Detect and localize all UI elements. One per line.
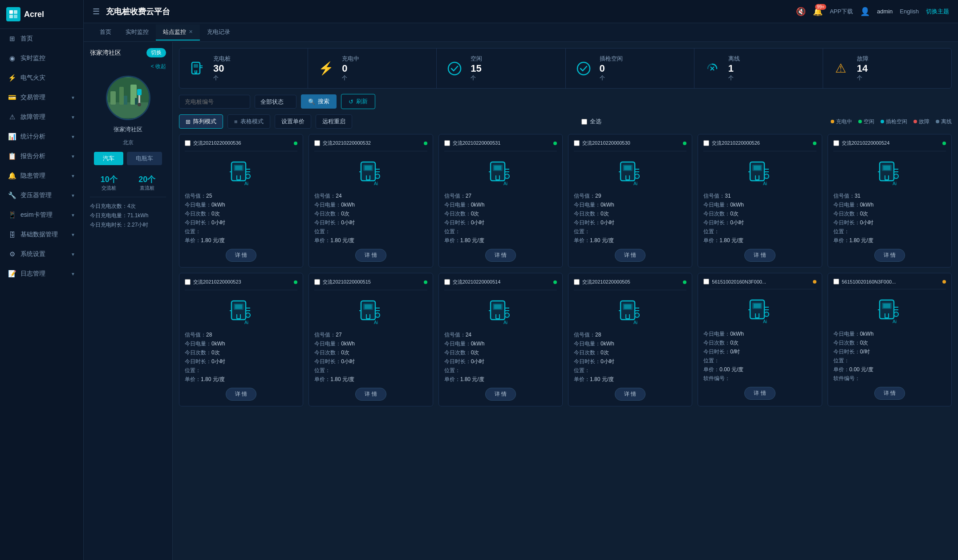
vehicle-car-btn[interactable]: 汽车	[94, 152, 123, 165]
charger-card: 交流20210220000530 Ai 信号值：29 今日电量：0kWh 今	[568, 134, 692, 268]
dc-label: 直流桩	[138, 185, 155, 191]
sidebar-item-esim[interactable]: 📱 esim卡管理 ▼	[0, 205, 83, 225]
plug-idle-icon	[574, 59, 593, 78]
sidebar-item-home[interactable]: ⊞ 首页	[0, 29, 83, 49]
duration-row: 今日时长：0小时	[703, 219, 816, 227]
charging-icon: ⚡	[316, 59, 336, 78]
card-checkbox[interactable]	[833, 140, 839, 146]
settings-icon: ⚙	[8, 250, 16, 258]
location-row: 位置：	[314, 367, 427, 374]
account-icon[interactable]: 👤	[860, 7, 870, 16]
detail-button[interactable]: 详 情	[485, 388, 516, 401]
divider	[833, 151, 946, 151]
card-checkbox[interactable]	[833, 279, 839, 284]
set-price-btn[interactable]: 设置单价	[275, 114, 311, 129]
charger-card: 交流20210220000515 Ai 信号值：27 今日电量：0kWh 今	[309, 273, 433, 406]
remote-reset-btn[interactable]: 远程重启	[316, 114, 352, 129]
svg-rect-9	[124, 96, 127, 105]
svg-point-109	[375, 313, 380, 317]
select-all-checkbox[interactable]	[581, 119, 587, 125]
sidebar-item-transformer[interactable]: 🔧 变压器管理 ▼	[0, 186, 83, 205]
search-button[interactable]: 🔍 搜索	[301, 94, 337, 109]
card-checkbox[interactable]	[314, 279, 320, 285]
report-icon: 📋	[8, 152, 16, 160]
sidebar-item-stats[interactable]: 📊 统计分析 ▼	[0, 127, 83, 146]
detail-button[interactable]: 详 情	[226, 249, 256, 262]
sidebar-item-transaction[interactable]: 💳 交易管理 ▼	[0, 88, 83, 107]
sidebar-item-fault[interactable]: ⚠ 故障管理 ▼	[0, 107, 83, 127]
energy-row: 今日电量：0kWh	[833, 201, 946, 209]
sidebar-item-data[interactable]: 🗄 基础数据管理 ▼	[0, 225, 83, 244]
mute-icon[interactable]: 🔇	[796, 7, 806, 16]
sidebar-item-realtime[interactable]: ◉ 实时监控	[0, 49, 83, 68]
app-download-btn[interactable]: APP下载	[830, 8, 853, 16]
dc-count: 20个	[138, 174, 155, 185]
summary-total-value: 30	[213, 63, 231, 74]
refresh-button[interactable]: ↺ 刷新	[341, 94, 375, 109]
detail-button[interactable]: 详 情	[615, 249, 645, 262]
detail-button[interactable]: 详 情	[874, 249, 905, 262]
detail-button[interactable]: 详 情	[744, 387, 775, 400]
detail-button[interactable]: 详 情	[355, 249, 386, 262]
select-all-label[interactable]: 全选	[581, 118, 601, 126]
charger-svg: Ai	[747, 297, 773, 324]
sidebar-item-fire[interactable]: ⚡ 电气火灾	[0, 68, 83, 88]
status-dot	[424, 280, 427, 284]
card-checkbox[interactable]	[444, 140, 450, 146]
status-dot	[683, 142, 686, 145]
status-select[interactable]: 全部状态 充电中 空闲 离线 故障	[255, 95, 296, 109]
detail-button[interactable]: 详 情	[226, 388, 256, 401]
sidebar-item-log[interactable]: 📝 日志管理 ▼	[0, 264, 83, 284]
detail-button[interactable]: 详 情	[485, 249, 516, 262]
switch-button[interactable]: 切换	[146, 48, 166, 57]
menu-icon[interactable]: ☰	[93, 7, 100, 16]
theme-btn[interactable]: 切换主题	[926, 8, 949, 16]
sidebar-item-report[interactable]: 📋 报告分析 ▼	[0, 146, 83, 166]
signal-row: 信号值：25	[185, 192, 297, 200]
card-checkbox[interactable]	[185, 279, 191, 285]
table-view-btn[interactable]: ≡ 表格模式	[227, 114, 270, 129]
daily-times: 今日充电次数：4次	[90, 203, 166, 210]
card-header: 交流20210220000524	[833, 140, 946, 146]
signal-row: 信号值：31	[833, 192, 946, 200]
card-checkbox[interactable]	[314, 140, 320, 146]
card-id: 交流20210220000531	[453, 140, 551, 146]
fire-icon: ⚡	[8, 74, 16, 82]
collapse-button[interactable]: < 收起	[90, 63, 166, 70]
summary-offline: 离线 1 个	[694, 49, 823, 88]
detail-button[interactable]: 详 情	[744, 249, 775, 262]
svg-rect-1	[14, 10, 17, 14]
tab-realtime[interactable]: 实时监控	[118, 24, 156, 41]
search-input[interactable]	[179, 95, 250, 109]
detail-button[interactable]: 详 情	[874, 387, 905, 400]
card-checkbox[interactable]	[574, 140, 580, 146]
svg-point-13	[138, 103, 141, 106]
card-checkbox[interactable]	[703, 140, 709, 146]
software-row: 软件编号：	[703, 375, 816, 382]
detail-button[interactable]: 详 情	[615, 388, 645, 401]
left-panel: 张家湾社区 切换 < 收起	[84, 42, 173, 560]
card-checkbox[interactable]	[444, 279, 450, 285]
card-info: 信号值：28 今日电量：0kWh 今日次数：0次 今日时长：0小时 位置： 单价…	[574, 331, 686, 383]
detail-button[interactable]: 详 情	[355, 388, 386, 401]
card-id: 交流20210220000532	[323, 140, 421, 146]
tab-home[interactable]: 首页	[93, 24, 118, 41]
times-row: 今日次数：0次	[444, 349, 557, 357]
card-checkbox[interactable]	[703, 279, 709, 284]
price-row: 单价：1.80 元/度	[574, 237, 686, 244]
bell-icon[interactable]: 🔔 99+	[813, 7, 823, 16]
energy-row: 今日电量：0kWh	[703, 201, 816, 209]
tab-charge-record[interactable]: 充电记录	[200, 24, 237, 41]
location-header: 张家湾社区 切换	[90, 48, 166, 57]
tab-close-icon[interactable]: ✕	[189, 29, 193, 35]
card-checkbox[interactable]	[185, 140, 191, 146]
card-id: 561510020160N3F000...	[842, 279, 940, 284]
sidebar-item-hazard[interactable]: 🔔 隐患管理 ▼	[0, 166, 83, 186]
tab-station[interactable]: 站点监控 ✕	[156, 24, 200, 41]
sidebar-item-settings[interactable]: ⚙ 系统设置 ▼	[0, 244, 83, 264]
card-checkbox[interactable]	[574, 279, 580, 285]
language-btn[interactable]: English	[900, 8, 919, 15]
charger-svg: Ai	[357, 159, 384, 186]
vehicle-ebike-btn[interactable]: 电瓶车	[127, 152, 162, 165]
grid-view-btn[interactable]: ⊞ 阵列模式	[179, 114, 223, 129]
